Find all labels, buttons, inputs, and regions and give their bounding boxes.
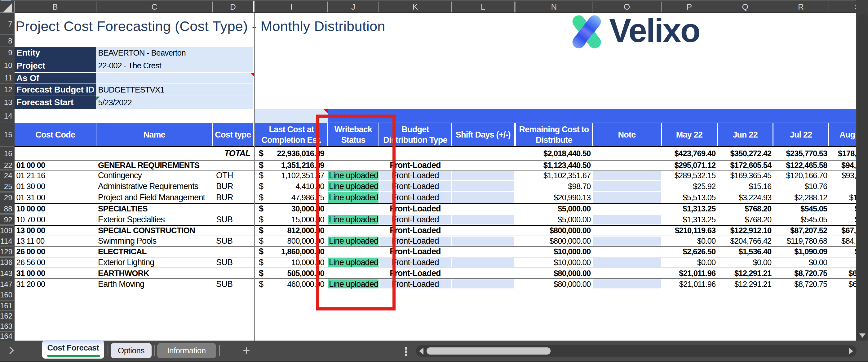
svg-text:Velixo: Velixo — [609, 12, 700, 49]
